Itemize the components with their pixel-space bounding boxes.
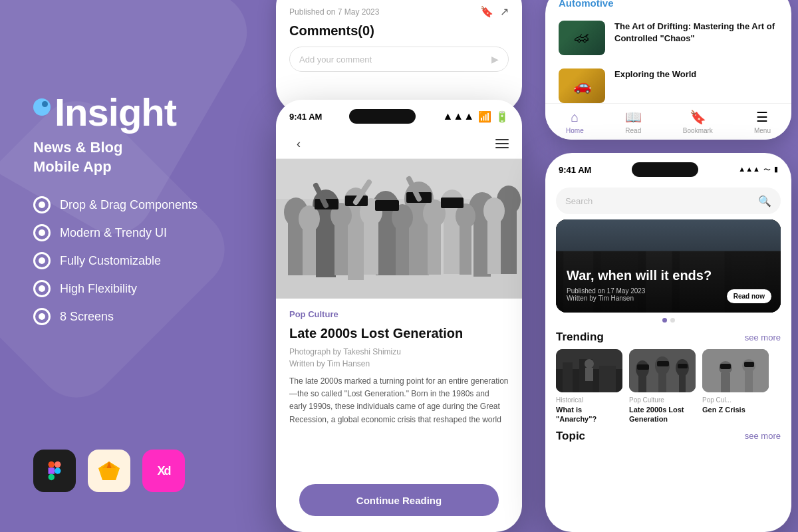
feature-item: Drop & Drag Components xyxy=(33,196,226,213)
nav-bookmark[interactable]: 🔖 Bookmark xyxy=(683,109,713,134)
menu-line xyxy=(495,139,509,140)
svg-rect-79 xyxy=(720,364,731,369)
svg-rect-41 xyxy=(487,221,501,274)
home-icon: ⌂ xyxy=(571,110,579,125)
svg-rect-73 xyxy=(637,364,649,370)
svg-rect-46 xyxy=(441,198,464,208)
feature-label-flexibility: High Flexibility xyxy=(60,282,137,296)
feature-label-screens: 8 Screens xyxy=(60,310,114,324)
trending-see-more[interactable]: see more xyxy=(745,332,781,342)
nav-home[interactable]: ⌂ Home xyxy=(566,110,584,134)
auto-thumb-drift xyxy=(559,21,605,55)
wifi-icon: 📶 xyxy=(478,110,491,123)
topic-title: Topic xyxy=(556,430,585,443)
svg-rect-74 xyxy=(657,361,669,366)
nav-menu[interactable]: ☰ Menu xyxy=(754,109,771,134)
hero-card[interactable]: War, when will it ends? Published on 17 … xyxy=(556,219,781,313)
comments-section: Published on 7 May 2023 🔖 ↗ Comments(0) … xyxy=(276,0,522,85)
svg-rect-2 xyxy=(49,467,55,473)
read-icon: 📖 xyxy=(625,109,642,125)
svg-rect-19 xyxy=(376,219,396,275)
rp-signal-icon: ▲▲▲ xyxy=(738,165,760,175)
comment-input[interactable]: Add your comment ▶ xyxy=(289,47,509,72)
feature-item: 8 Screens xyxy=(33,308,226,325)
hero-read-btn[interactable]: Read now xyxy=(727,289,771,303)
auto-item-content: The Art of Drifting: Mastering the Art o… xyxy=(614,21,778,45)
menu-line xyxy=(495,143,509,144)
rp-status-pill xyxy=(632,162,698,177)
auto-item: The Art of Drifting: Mastering the Art o… xyxy=(545,14,791,62)
xd-tool-icon: Xd xyxy=(142,450,185,492)
battery-icon: 🔋 xyxy=(495,110,509,123)
rp-wifi-icon: 〜 xyxy=(763,165,771,175)
comment-send-icon[interactable]: ▶ xyxy=(491,54,499,65)
menu-line xyxy=(495,147,509,148)
svg-rect-37 xyxy=(428,223,441,275)
nav-home-label: Home xyxy=(566,127,584,134)
trending-item[interactable]: Pop Cul... Gen Z Crisis xyxy=(702,349,769,424)
back-button[interactable]: ‹ xyxy=(289,134,308,153)
trending-section-header: Trending see more xyxy=(545,328,791,349)
article-content: Pop Culture Late 2000s Lost Generation P… xyxy=(276,299,522,439)
svg-rect-82 xyxy=(744,362,754,367)
article-title: Late 2000s Lost Generation xyxy=(289,325,509,342)
svg-rect-33 xyxy=(364,223,378,275)
trending-title: Trending xyxy=(556,331,604,344)
comments-title: Comments(0) xyxy=(289,23,509,39)
feature-label-drag: Drop & Drag Components xyxy=(60,198,198,212)
share-icon[interactable]: ↗ xyxy=(500,5,509,18)
hero-published: Published on 17 May 2023 xyxy=(567,287,645,295)
rp-search-bar[interactable]: Search 🔍 xyxy=(556,188,781,214)
menu-icon: ☰ xyxy=(756,109,768,125)
trending-item[interactable]: Historical What is "Anarchy"? xyxy=(556,349,622,424)
center-phone: 9:41 AM ▲▲▲ 📶 🔋 ‹ xyxy=(276,100,522,532)
rp-status-bar: 9:41 AM ▲▲▲ 〜 ▮ xyxy=(545,153,791,182)
trending-item[interactable]: Pop Culture Late 2000s Lost Generation xyxy=(629,349,696,424)
svg-point-4 xyxy=(55,467,61,473)
feature-icon-screens xyxy=(33,308,51,325)
svg-rect-44 xyxy=(375,200,399,211)
article-body: The late 2000s marked a turning point fo… xyxy=(289,375,509,428)
topic-see-more[interactable]: see more xyxy=(745,431,781,441)
comment-placeholder: Add your comment xyxy=(299,55,372,65)
nav-read-label: Read xyxy=(625,127,641,134)
bookmark-nav-icon: 🔖 xyxy=(690,109,706,125)
phone-nav: ‹ xyxy=(276,129,522,159)
trending-title-2: Late 2000s Lost Generation xyxy=(629,405,696,424)
svg-rect-31 xyxy=(334,225,348,275)
feature-item: Fully Customizable xyxy=(33,252,226,269)
rp-status-icons: ▲▲▲ 〜 ▮ xyxy=(738,165,778,175)
svg-rect-76 xyxy=(702,349,769,392)
rp-search-icon: 🔍 xyxy=(758,195,771,207)
logo-section: Insight News & Blog Mobile App Drop & Dr… xyxy=(33,93,226,325)
continue-reading-button[interactable]: Continue Reading xyxy=(299,484,499,516)
trending-row: Historical What is "Anarchy"? xyxy=(545,349,791,424)
crowd-svg xyxy=(276,159,522,299)
left-panel: Insight News & Blog Mobile App Drop & Dr… xyxy=(0,0,259,532)
rp-status-time: 9:41 AM xyxy=(559,165,591,175)
svg-rect-3 xyxy=(49,474,55,480)
trending-thumb-3 xyxy=(702,349,769,392)
feature-label-customizable: Fully Customizable xyxy=(60,254,161,268)
article-category: Pop Culture xyxy=(289,309,509,319)
auto-title-1: The Art of Drifting: Mastering the Art o… xyxy=(614,21,778,45)
svg-rect-63 xyxy=(599,366,616,392)
photo-credit: Photograph by Takeshi Shimizu xyxy=(289,347,509,356)
rp-battery-icon: ▮ xyxy=(774,165,778,175)
svg-rect-61 xyxy=(563,362,573,392)
svg-rect-72 xyxy=(679,373,686,392)
menu-button[interactable] xyxy=(495,139,509,148)
sketch-tool-icon xyxy=(88,450,130,492)
nav-read[interactable]: 📖 Read xyxy=(625,109,642,134)
published-line: Published on 7 May 2023 🔖 ↗ xyxy=(289,5,509,18)
svg-rect-1 xyxy=(55,462,61,467)
phone-top-left: Published on 7 May 2023 🔖 ↗ Comments(0) … xyxy=(276,0,522,113)
app-name: Insight xyxy=(55,93,176,132)
svg-rect-29 xyxy=(303,229,316,275)
features-list: Drop & Drag Components Modern & Trendy U… xyxy=(33,196,226,325)
bottom-nav-top-right: ⌂ Home 📖 Read 🔖 Bookmark ☰ Menu xyxy=(545,103,791,140)
bookmark-icon[interactable]: 🔖 xyxy=(480,5,493,18)
written-by: Written by Tim Hansen xyxy=(289,359,509,368)
rp-search-placeholder: Search xyxy=(565,196,593,206)
svg-rect-0 xyxy=(49,462,55,467)
